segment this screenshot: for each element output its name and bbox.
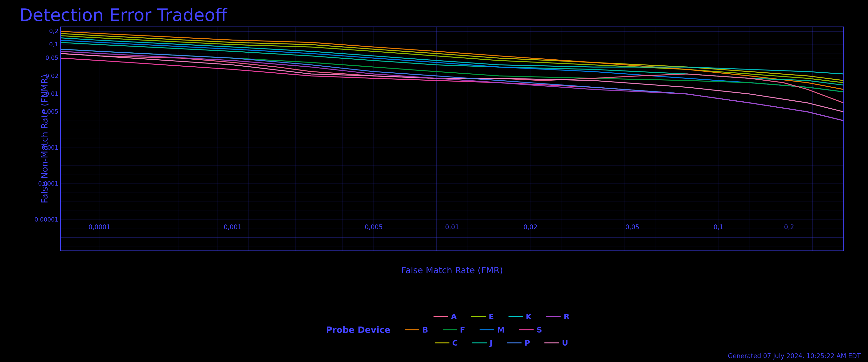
legend-label-B: B: [422, 325, 428, 334]
legend-line-K: [508, 316, 523, 317]
y-ticks: 0,2 0,1 0,05 0,02 0,01 0,005 0,001 0,000…: [31, 27, 60, 251]
chart-area: False Non-Match Rate (FNMR): [31, 27, 846, 280]
x-tick-8: 0,2: [784, 223, 794, 231]
x-tick-7: 0,1: [713, 223, 723, 231]
legend-item-J: J: [472, 338, 493, 347]
legend-label-C: C: [452, 338, 458, 347]
legend-item-F: F: [443, 325, 465, 334]
legend-label-J: J: [490, 338, 493, 347]
legend-line-S: [519, 329, 534, 330]
legend-line-U: [545, 342, 559, 343]
legend-label-S: S: [536, 325, 542, 334]
y-tick-9: 0,00001: [34, 216, 58, 223]
x-tick-3: 0,005: [365, 223, 383, 231]
chart-svg: [61, 27, 844, 251]
legend-line-C: [435, 342, 450, 343]
legend-label-R: R: [563, 312, 569, 321]
y-tick-2: 0,1: [49, 41, 58, 48]
legend-label-M: M: [497, 325, 505, 334]
legend-item-A: A: [434, 312, 457, 321]
legend-row-1: A E K R: [299, 312, 569, 321]
legend-item-E: E: [471, 312, 494, 321]
x-tick-5: 0,02: [523, 223, 537, 231]
y-tick-8: 0,0001: [38, 180, 58, 187]
legend-label-A: A: [451, 312, 457, 321]
legend-line-J: [472, 342, 487, 343]
y-tick-1: 0,2: [49, 28, 58, 34]
legend-line-R: [546, 316, 561, 317]
y-tick-4: 0,02: [45, 73, 58, 79]
x-axis-label: False Match Rate (FMR): [60, 265, 844, 275]
probe-device-label: Probe Device: [326, 325, 390, 335]
y-tick-3: 0,05: [45, 55, 58, 61]
legend-row-3: C J P U: [300, 338, 568, 347]
page: Detection Error Tradeoff False Non-Match…: [0, 0, 868, 362]
legend-line-B: [405, 329, 419, 330]
legend-label-P: P: [524, 338, 530, 347]
legend-row-2: Probe Device B F M S: [326, 325, 542, 335]
chart-inner: [60, 27, 844, 251]
legend-label-K: K: [526, 312, 532, 321]
legend-label-F: F: [460, 325, 465, 334]
legend-item-M: M: [479, 325, 505, 334]
legend: A E K R Probe Device B F: [0, 312, 868, 347]
legend-line-F: [443, 329, 457, 330]
x-tick-1: 0,0001: [89, 223, 111, 231]
legend-item-S: S: [519, 325, 542, 334]
y-tick-7: 0,001: [42, 144, 58, 151]
x-tick-6: 0,05: [625, 223, 640, 231]
y-tick-5: 0,01: [45, 90, 58, 97]
legend-label-E: E: [489, 312, 494, 321]
legend-line-E: [471, 316, 486, 317]
legend-item-R: R: [546, 312, 569, 321]
legend-line-M: [479, 329, 494, 330]
legend-label-U: U: [562, 338, 568, 347]
chart-title: Detection Error Tradeoff: [19, 5, 227, 25]
timestamp: Generated 07 July 2024, 10:25:22 AM EDT: [728, 352, 861, 360]
legend-item-B: B: [405, 325, 428, 334]
legend-item-C: C: [435, 338, 458, 347]
legend-item-K: K: [508, 312, 532, 321]
x-tick-2: 0,001: [224, 223, 242, 231]
legend-item-P: P: [507, 338, 530, 347]
legend-item-U: U: [545, 338, 568, 347]
y-tick-6: 0,005: [42, 108, 58, 115]
legend-line-P: [507, 342, 522, 343]
legend-line-A: [434, 316, 448, 317]
x-tick-4: 0,01: [445, 223, 459, 231]
